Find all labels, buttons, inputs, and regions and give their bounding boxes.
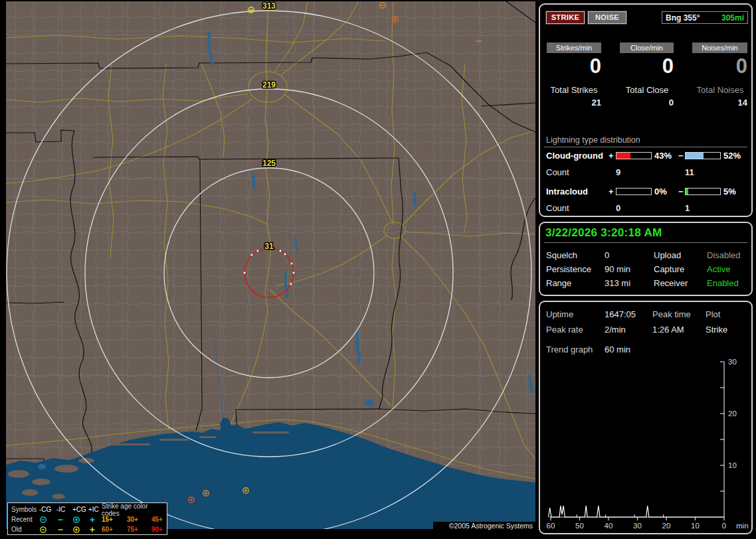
intracloud-label: Intracloud: [546, 187, 588, 196]
cg-negative-count: 11: [685, 167, 694, 177]
y-tick-label: 10: [728, 461, 737, 469]
legend-col-neg-cg: -CG: [39, 506, 56, 513]
cg-negative-pct: 52%: [723, 151, 741, 161]
peak-time-label: Peak time: [652, 309, 691, 319]
noises-per-min-value: 0: [692, 55, 747, 78]
trend-graph-chart: 3020106050403020100min: [540, 358, 751, 533]
legend-row-recent-label: Recent: [11, 516, 39, 523]
capture-label: Capture: [654, 264, 684, 274]
noise-mode-button[interactable]: NOISE: [588, 11, 626, 24]
strikes-per-min-label: Strikes/min: [547, 42, 601, 53]
ring-label-125: 125: [262, 159, 276, 168]
bearing-readout: Bng 355° 305mi: [662, 11, 748, 24]
x-tick-label: 40: [605, 522, 613, 530]
strikes-per-min-value: 0: [547, 55, 601, 78]
lightning-map[interactable]: 313 219 125 31: [6, 1, 535, 529]
ring-label-219: 219: [262, 80, 276, 90]
age-code-15: 15+: [102, 516, 127, 523]
x-tick-label: 10: [691, 522, 700, 530]
x-tick-label: 60: [547, 522, 555, 530]
datetime-display: 3/22/2026 3:20:18 AM: [545, 226, 662, 240]
receiver-status: Enabled: [707, 278, 739, 288]
status-panel: 3/22/2026 3:20:18 AM Squelch 0 Upload Di…: [539, 222, 753, 296]
x-tick-label: 0: [722, 522, 726, 530]
range-label: Range: [546, 278, 571, 288]
x-axis-unit-label: min: [736, 522, 749, 530]
circled-minus-icon: [39, 526, 56, 534]
squelch-value: 0: [605, 250, 609, 260]
cg-negative-bar-fill: [686, 153, 704, 159]
ic-positive-pct: 0%: [654, 187, 667, 196]
ic-negative-count: 1: [685, 203, 690, 213]
minus-sign: −: [678, 151, 684, 161]
plot-label: Plot: [706, 309, 720, 319]
cg-positive-count: 9: [616, 167, 620, 177]
copyright-notice: ©2005 Astrogenic Systems: [433, 522, 535, 530]
total-close-value: 0: [620, 98, 674, 108]
ic-count-label: Count: [546, 203, 569, 213]
ic-positive-bar: [616, 188, 652, 195]
minus-icon: [56, 516, 72, 524]
age-code-75: 75+: [127, 526, 151, 533]
legend-col-pos-ic: +IC: [88, 506, 102, 513]
capture-status: Active: [707, 264, 730, 274]
x-tick-label: 20: [662, 522, 671, 530]
divider: [544, 242, 747, 243]
x-tick-label: 30: [633, 522, 642, 530]
uptime-value: 1647:05: [605, 309, 636, 319]
trend-graph-label: Trend graph: [546, 345, 593, 354]
y-tick-label: 30: [728, 358, 737, 366]
trend-axes: [549, 362, 724, 520]
close-per-min-label: Close/min: [620, 42, 674, 53]
upload-label: Upload: [654, 250, 681, 260]
ring-label-31: 31: [264, 242, 274, 251]
plus-icon: [88, 526, 102, 534]
cg-positive-pct: 43%: [654, 151, 672, 161]
legend-row-old-label: Old: [11, 526, 39, 533]
plus-sign: +: [609, 187, 614, 196]
minus-icon: [56, 526, 72, 534]
y-tick-label: 20: [728, 410, 737, 418]
uptime-label: Uptime: [546, 309, 573, 319]
cg-count-label: Count: [546, 167, 569, 177]
ring-label-313: 313: [262, 1, 276, 11]
strike-summary-panel: STRIKE NOISE Bng 355° 305mi Strikes/min …: [539, 3, 753, 217]
persistence-label: Persistence: [546, 264, 591, 274]
peak-time-value: 1:26 AM: [652, 325, 684, 335]
cloud-ground-label: Cloud-ground: [546, 151, 603, 161]
receiver-label: Receiver: [654, 278, 688, 288]
distribution-title: Lightning type distribution: [546, 135, 640, 145]
circled-minus-icon: [39, 516, 56, 524]
total-strikes-value: 21: [547, 98, 601, 108]
divider: [544, 147, 747, 147]
close-per-min-value: 0: [620, 55, 674, 78]
ic-negative-bar-fill: [686, 189, 688, 194]
legend-symbols-header: Symbols: [11, 506, 39, 513]
plot-value: Strike: [706, 325, 727, 335]
persistence-value: 90 min: [605, 264, 630, 274]
trend-line: [549, 506, 725, 517]
age-code-60: 60+: [102, 526, 127, 533]
map-legend: Symbols -CG -IC +CG +IC Strike age color…: [7, 502, 167, 535]
age-code-30: 30+: [127, 516, 151, 523]
plus-sign: +: [609, 151, 614, 161]
total-strikes-label: Total Strikes: [544, 85, 604, 95]
map-canvas: 313 219 125 31: [6, 1, 535, 529]
age-code-45: 45+: [151, 516, 167, 523]
circled-plus-icon: [72, 516, 88, 524]
strike-mode-button[interactable]: STRIKE: [546, 11, 585, 24]
age-code-90: 90+: [151, 526, 167, 533]
plus-icon: [88, 516, 102, 524]
ic-positive-count: 0: [616, 203, 620, 213]
minus-sign: −: [678, 187, 684, 196]
squelch-label: Squelch: [546, 250, 577, 260]
total-noises-label: Total Noises: [691, 85, 749, 95]
peak-rate-value: 2/min: [605, 325, 626, 335]
trend-window-value: 60 min: [605, 345, 630, 354]
total-close-label: Total Close: [618, 85, 676, 95]
upload-status: Disabled: [707, 250, 741, 260]
cg-positive-bar-fill: [616, 153, 630, 159]
cg-negative-bar: [685, 152, 721, 159]
noises-per-min-label: Noises/min: [692, 42, 747, 53]
bearing-distance: 305mi: [721, 13, 744, 23]
